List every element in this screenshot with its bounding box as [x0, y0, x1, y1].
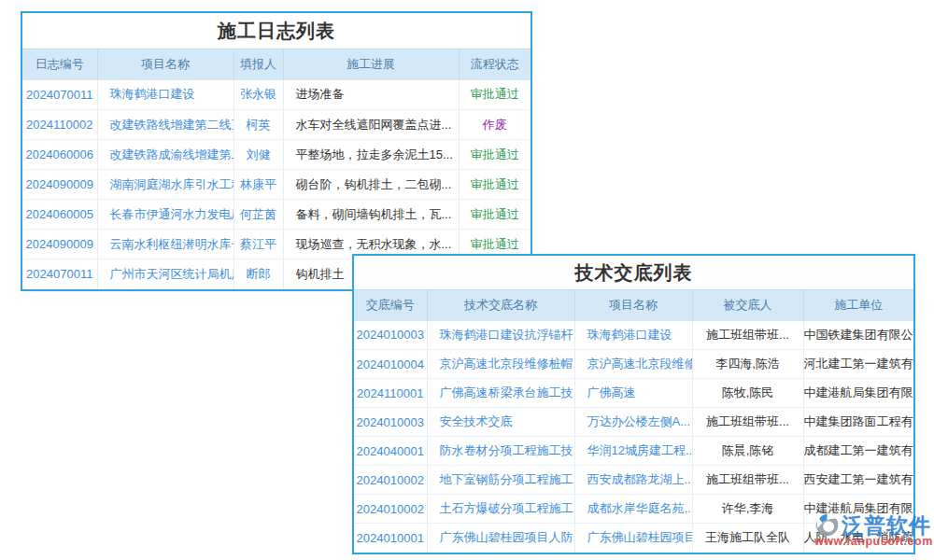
disclosure-name-link[interactable]: 土石方爆破分项工程施工... — [427, 495, 574, 524]
unit-text: 中国铁建集团有限公司 — [803, 321, 913, 350]
progress-text: 进场准备 — [283, 80, 459, 110]
log-header-row: 日志编号 项目名称 填报人 施工进展 流程状态 — [22, 49, 531, 80]
reporter-link[interactable]: 张永银 — [234, 80, 283, 110]
unit-text: 河北建工第一建筑有... — [803, 350, 913, 379]
receiver-text: 王海施工队全队 — [692, 524, 803, 553]
table-row: 2024060006 改建铁路成渝线增建第二... 刘健 平整场地，拉走多余泥土… — [22, 140, 531, 170]
disclosure-name-link[interactable]: 安全技术交底 — [427, 408, 574, 437]
tech-col-project: 项目名称 — [574, 290, 692, 321]
log-id-link[interactable]: 2024090009 — [22, 230, 97, 259]
project-link[interactable]: 长春市伊通河水力发电厂... — [97, 200, 234, 230]
fanpu-brand-row: 泛普软件 — [814, 512, 932, 538]
log-id-link[interactable]: 2024060006 — [22, 140, 97, 170]
log-id-link[interactable]: 2024060005 — [22, 200, 97, 230]
project-link[interactable]: 湖南洞庭湖水库引水工程... — [97, 170, 234, 200]
reporter-link[interactable]: 林康平 — [234, 170, 283, 200]
unit-text: 中建集团路面工程有... — [803, 408, 913, 437]
construction-log-title: 施工日志列表 — [22, 13, 531, 49]
receiver-text: 施工班组带班... — [692, 466, 803, 495]
tech-disclosure-panel: 技术交底列表 交底编号 技术交底名称 项目名称 被交底人 施工单位 202401… — [352, 254, 915, 554]
reporter-link[interactable]: 柯英 — [234, 110, 283, 140]
project-link[interactable]: 云南水利枢纽潜明水库一... — [97, 230, 234, 259]
log-id-link[interactable]: 2024070011 — [22, 259, 97, 289]
project-link[interactable]: 华润12城房建工程... — [574, 437, 692, 466]
fanpu-brand-text: 泛普软件 — [842, 513, 931, 538]
unit-text: 西安建工第一建筑有... — [803, 466, 913, 495]
log-id-link[interactable]: 2024090009 — [22, 170, 97, 200]
tech-col-id: 交底编号 — [354, 290, 427, 321]
progress-text: 水车对全线遮阳网覆盖点进... — [283, 110, 459, 140]
receiver-text: 李四海,陈浩 — [692, 350, 803, 379]
disclosure-name-link[interactable]: 京沪高速北京段维修桩帽... — [427, 350, 574, 379]
disclosure-name-link[interactable]: 广佛高速桥梁承台施工技... — [427, 379, 574, 408]
progress-text: 砌台阶，钩机排土，二包砌... — [283, 170, 459, 200]
progress-text: 平整场地，拉走多余泥土15... — [283, 140, 459, 170]
table-row: 2024010003 珠海鹤港口建设抗浮锚杆... 珠海鹤港口建设 施工班组带班… — [354, 321, 913, 350]
receiver-text: 陈晨,陈铭 — [692, 437, 803, 466]
fanpu-url-text: www.fanpusoft.com — [814, 535, 932, 548]
disclosure-name-link[interactable]: 防水卷材分项工程施工技... — [427, 437, 574, 466]
status-badge: 审批通过 — [459, 140, 531, 170]
receiver-text: 许华,李海 — [692, 495, 803, 524]
tech-col-name: 技术交底名称 — [427, 290, 574, 321]
tech-id-link[interactable]: 2024110001 — [354, 379, 427, 408]
status-badge: 审批通过 — [459, 200, 531, 230]
tech-id-link[interactable]: 2024040001 — [354, 437, 427, 466]
log-col-status: 流程状态 — [459, 49, 531, 80]
table-row: 2024010004 京沪高速北京段维修桩帽... 京沪高速北京段维修 李四海,… — [354, 350, 913, 379]
project-link[interactable]: 成都水岸华庭名苑... — [574, 495, 692, 524]
tech-header-row: 交底编号 技术交底名称 项目名称 被交底人 施工单位 — [354, 290, 913, 321]
log-col-project: 项目名称 — [97, 49, 234, 80]
disclosure-name-link[interactable]: 珠海鹤港口建设抗浮锚杆... — [427, 321, 574, 350]
log-col-progress: 施工进展 — [283, 49, 459, 80]
receiver-text: 陈牧,陈民 — [692, 379, 803, 408]
table-row: 2024110001 广佛高速桥梁承台施工技... 广佛高速 陈牧,陈民 中建港… — [354, 379, 913, 408]
unit-text: 成都建工第一建筑有... — [803, 437, 913, 466]
table-row: 2024110002 改建铁路线增建第二线直... 柯英 水车对全线遮阳网覆盖点… — [22, 110, 531, 140]
project-link[interactable]: 珠海鹤港口建设 — [97, 80, 234, 110]
log-id-link[interactable]: 2024110002 — [22, 110, 97, 140]
project-link[interactable]: 改建铁路成渝线增建第二... — [97, 140, 234, 170]
status-badge: 作废 — [459, 110, 531, 140]
log-col-reporter: 填报人 — [234, 49, 283, 80]
tech-id-link[interactable]: 2024010002 — [354, 466, 427, 495]
tech-id-link[interactable]: 2024010003 — [354, 321, 427, 350]
receiver-text: 施工班组带班... — [692, 321, 803, 350]
unit-text: 中建港航局集团有限... — [803, 379, 913, 408]
tech-id-link[interactable]: 2024010004 — [354, 350, 427, 379]
disclosure-name-link[interactable]: 广东佛山碧桂园项目人防... — [427, 524, 574, 553]
project-link[interactable]: 广佛高速 — [574, 379, 692, 408]
table-row: 2024040001 防水卷材分项工程施工技... 华润12城房建工程... 陈… — [354, 437, 913, 466]
status-badge: 审批通过 — [459, 80, 531, 110]
tech-disclosure-title: 技术交底列表 — [354, 256, 913, 289]
tech-col-unit: 施工单位 — [803, 290, 913, 321]
table-row: 2024070011 珠海鹤港口建设 张永银 进场准备 审批通过 — [22, 80, 531, 110]
tech-id-link[interactable]: 2024010003 — [354, 408, 427, 437]
status-badge: 审批通过 — [459, 170, 531, 200]
receiver-text: 施工班组带班... — [692, 408, 803, 437]
tech-id-link[interactable]: 2024010002 — [354, 495, 427, 524]
fanpu-logo-icon — [814, 512, 840, 538]
project-link[interactable]: 广州市天河区统计局机房... — [97, 259, 234, 289]
reporter-link[interactable]: 刘健 — [234, 140, 283, 170]
table-row: 2024060005 长春市伊通河水力发电厂... 何芷茵 备料，砌间墙钩机排土… — [22, 200, 531, 230]
table-row: 2024010002 地下室钢筋分项工程施工... 西安成都路龙湖上... 施工… — [354, 466, 913, 495]
project-link[interactable]: 珠海鹤港口建设 — [574, 321, 692, 350]
tech-id-link[interactable]: 2024010001 — [354, 524, 427, 553]
project-link[interactable]: 西安成都路龙湖上... — [574, 466, 692, 495]
project-link[interactable]: 京沪高速北京段维修 — [574, 350, 692, 379]
construction-log-panel: 施工日志列表 日志编号 项目名称 填报人 施工进展 流程状态 202407001… — [21, 11, 532, 291]
reporter-link[interactable]: 断郎 — [234, 259, 283, 289]
log-id-link[interactable]: 2024070011 — [22, 80, 97, 110]
disclosure-name-link[interactable]: 地下室钢筋分项工程施工... — [427, 466, 574, 495]
log-col-id: 日志编号 — [22, 49, 97, 80]
table-row: 2024090009 湖南洞庭湖水库引水工程... 林康平 砌台阶，钩机排土，二… — [22, 170, 531, 200]
reporter-link[interactable]: 蔡江平 — [234, 230, 283, 259]
project-link[interactable]: 广东佛山碧桂园项目 — [574, 524, 692, 553]
construction-log-table: 日志编号 项目名称 填报人 施工进展 流程状态 2024070011 珠海鹤港口… — [22, 49, 531, 289]
progress-text: 备料，砌间墙钩机排土，瓦... — [283, 200, 459, 230]
project-link[interactable]: 改建铁路线增建第二线直... — [97, 110, 234, 140]
reporter-link[interactable]: 何芷茵 — [234, 200, 283, 230]
tech-col-receiver: 被交底人 — [692, 290, 803, 321]
project-link[interactable]: 万达办公楼左侧A... — [574, 408, 692, 437]
